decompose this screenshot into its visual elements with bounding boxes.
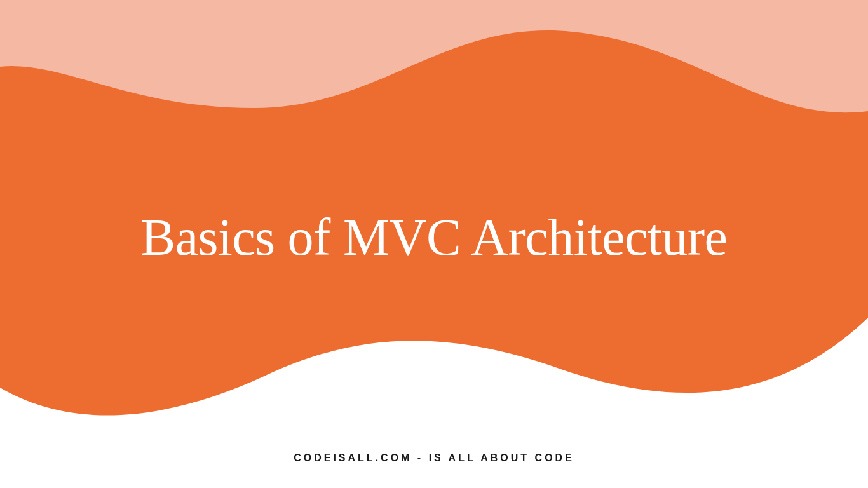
page-title: Basics of MVC Architecture [0, 205, 868, 271]
footer-text: CODEISALL.COM - IS ALL ABOUT CODE [294, 452, 574, 464]
title-container: Basics of MVC Architecture [0, 205, 868, 271]
